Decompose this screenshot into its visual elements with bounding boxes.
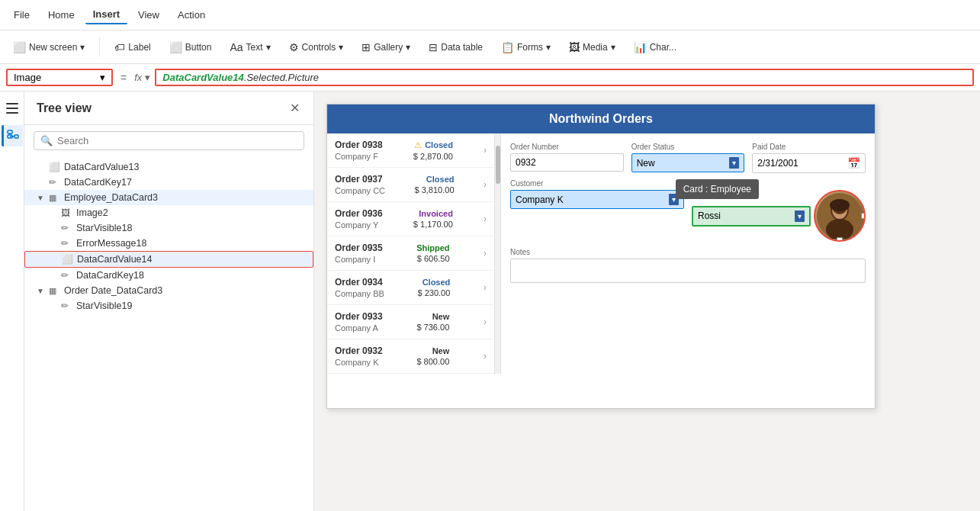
forms-icon: 📋 (501, 41, 514, 53)
employee-avatar-svg (817, 193, 863, 239)
menu-home[interactable]: Home (40, 6, 82, 24)
svg-rect-0 (6, 103, 18, 104)
chart-button[interactable]: 📊 Char... (627, 37, 683, 57)
controls-button[interactable]: ⚙ Controls ▾ (282, 37, 351, 57)
tree-item-datacardvalue13[interactable]: ⬜ DataCardValue13 (24, 159, 313, 175)
employee-select[interactable]: Rossi ▾ (692, 206, 811, 227)
tree-item-starvisible19[interactable]: ✏ StarVisible19 (24, 298, 313, 313)
label-icon: 🏷 (114, 41, 125, 53)
tree-header: Tree view ✕ (24, 92, 313, 125)
chart-icon: 📊 (634, 41, 647, 53)
chevron-down-icon-gallery: ▾ (406, 42, 410, 53)
main-area: Tree view ✕ 🔍 ⬜ DataCardValue13 ✏ DataCa… (0, 92, 980, 511)
customer-select[interactable]: Company K ▾ (510, 190, 684, 209)
formula-bar: Image ▾ = fx ▾ DataCardValue14.Selected.… (0, 64, 980, 92)
order-item-0938[interactable]: Order 0938 Company F ⚠ Closed $ 2,870.00… (327, 133, 494, 168)
tree-view-button[interactable] (2, 125, 23, 146)
svg-rect-7 (14, 135, 18, 138)
errormessage18-label: ErrorMessage18 (76, 238, 146, 249)
datacardvalue14-icon: ⬜ (62, 254, 74, 265)
order-item-0937[interactable]: Order 0937 Company CC Closed $ 3,810.00 … (327, 168, 494, 202)
selection-handle-bm (837, 237, 843, 242)
tree-item-image2[interactable]: 🖼 Image2 (24, 205, 313, 220)
orderdate-datacard3-label: Order Date_DataCard3 (64, 285, 162, 296)
data-table-button[interactable]: ⊟ Data table (422, 37, 490, 57)
menu-bar: File Home Insert View Action (0, 0, 980, 31)
tree-item-datacardkey17[interactable]: ✏ DataCardKey17 (24, 175, 313, 190)
datacardkey18-icon: ✏ (61, 270, 73, 281)
menu-view[interactable]: View (130, 6, 167, 24)
datacardkey17-icon: ✏ (49, 177, 61, 188)
tree-item-employee-datacard3[interactable]: ▼ ▦ Employee_DataCard3 (24, 190, 313, 205)
chevron-down-icon-media: ▾ (611, 42, 615, 53)
selection-handle-mr (861, 213, 866, 219)
fx-label: fx ▾ (134, 72, 150, 83)
chevron-down-icon-forms: ▾ (546, 42, 551, 53)
chevron-icon: › (484, 317, 487, 327)
orders-list: Order 0938 Company F ⚠ Closed $ 2,870.00… (327, 133, 495, 374)
property-selector[interactable]: Image ▾ (6, 69, 113, 86)
label-button[interactable]: 🏷 Label (108, 37, 157, 57)
controls-icon: ⚙ (289, 41, 299, 53)
chevron-down-icon-text: ▾ (266, 42, 271, 53)
tree-item-errormessage18[interactable]: ✏ ErrorMessage18 (24, 236, 313, 251)
calendar-icon: 📅 (847, 157, 860, 169)
orderdate-datacard3-icon: ▦ (49, 286, 61, 296)
menu-insert[interactable]: Insert (85, 5, 127, 24)
button-button[interactable]: ⬜ Button (162, 37, 219, 57)
button-icon: ⬜ (169, 41, 182, 53)
order-item-0933[interactable]: Order 0933 Company A New $ 736.00 › (327, 305, 494, 339)
paid-date-input[interactable]: 2/31/2001 📅 (752, 153, 866, 173)
employee-datacard3-label: Employee_DataCard3 (64, 192, 158, 203)
detail-panel: Order Number 0932 Order Status New ▾ Pai… (501, 133, 875, 374)
chevron-icon: › (484, 179, 487, 190)
chevron-down-icon: ▾ (80, 42, 85, 53)
order-item-0935[interactable]: Order 0935 Company I Shipped $ 606.50 › (327, 236, 494, 271)
image2-icon: 🖼 (61, 207, 73, 218)
tree-view-title: Tree view (37, 101, 92, 115)
tree-item-datacardvalue14[interactable]: ⬜ DataCardValue14 (24, 251, 313, 268)
media-button[interactable]: 🖼 Media ▾ (562, 37, 622, 57)
tree-item-starvisible18[interactable]: ✏ StarVisible18 (24, 220, 313, 236)
detail-row-1: Order Number 0932 Order Status New ▾ Pai… (510, 143, 866, 173)
selection-handle-br (861, 237, 866, 242)
gallery-button[interactable]: ⊞ Gallery ▾ (355, 37, 417, 57)
tree-close-button[interactable]: ✕ (288, 99, 301, 117)
starvisible18-label: StarVisible18 (76, 223, 132, 233)
order-status-select[interactable]: New ▾ (631, 153, 745, 172)
datacardvalue13-label: DataCardValue13 (64, 162, 139, 172)
app-mockup: Northwind Orders Order 0938 Company F ⚠ (326, 104, 876, 409)
order-item-0934[interactable]: Order 0934 Company BB Closed $ 230.00 › (327, 271, 494, 305)
notes-input[interactable] (510, 259, 866, 283)
chevron-icon: › (484, 214, 487, 224)
tree-search-input[interactable] (57, 135, 297, 146)
menu-file[interactable]: File (6, 6, 37, 24)
menu-action[interactable]: Action (170, 6, 213, 24)
expand-icon-order: ▼ (37, 287, 46, 295)
fx-icon: fx (134, 72, 142, 83)
selection-handle-tr (861, 190, 866, 194)
order-item-0936[interactable]: Order 0936 Company Y Invoiced $ 1,170.00… (327, 202, 494, 236)
errormessage18-icon: ✏ (61, 238, 73, 249)
chevron-down-icon-selector: ▾ (100, 72, 105, 83)
equals-sign: = (117, 72, 130, 84)
tree-item-datacardkey18[interactable]: ✏ DataCardKey18 (24, 268, 313, 283)
search-icon: 🔍 (40, 135, 53, 146)
new-screen-button[interactable]: ⬜ New screen ▾ (6, 37, 92, 57)
list-scrollbar[interactable] (495, 133, 501, 374)
formula-expression[interactable]: DataCardValue14.Selected.Picture (155, 69, 974, 86)
chevron-icon: › (484, 248, 487, 259)
order-status-field: Order Status New ▾ (631, 143, 745, 173)
chevron-down-icon-controls: ▾ (339, 42, 343, 53)
hamburger-menu-button[interactable] (2, 98, 23, 119)
data-table-icon: ⊟ (429, 41, 438, 53)
order-status-label: Order Status (631, 143, 745, 151)
forms-button[interactable]: 📋 Forms ▾ (494, 37, 557, 57)
tree-item-orderdate-datacard3[interactable]: ▼ ▦ Order Date_DataCard3 (24, 283, 313, 298)
detail-row-notes: Notes (510, 248, 866, 283)
notes-field: Notes (510, 248, 866, 283)
svg-rect-1 (6, 108, 18, 109)
order-number-input[interactable]: 0932 (510, 153, 624, 172)
order-item-0932[interactable]: Order 0932 Company K New $ 800.00 › (327, 339, 494, 374)
text-button[interactable]: Aa Text ▾ (223, 37, 277, 57)
